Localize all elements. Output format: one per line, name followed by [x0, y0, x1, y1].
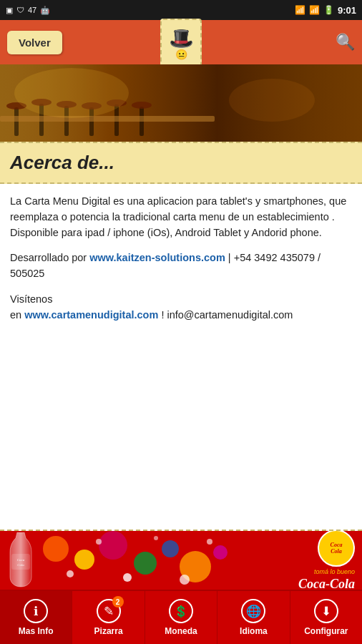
toma-tagline: tomá lo bueno: [314, 568, 355, 575]
pizarra-icon: ✎ 2: [97, 599, 121, 623]
battery-icon: 🔋: [323, 5, 334, 15]
chef-hat-icon: 🎩: [169, 29, 194, 49]
nav-label-pizarra: Pizarra: [94, 626, 123, 636]
nav-item-pizarra[interactable]: ✎ 2 Pizarra: [72, 591, 145, 644]
android-icon: 🤖: [40, 6, 50, 15]
pizarra-badge: 2: [112, 596, 124, 608]
hero-svg: [0, 64, 362, 142]
svg-point-27: [67, 570, 74, 577]
idioma-icon: 🌐: [241, 599, 265, 623]
svg-point-24: [162, 540, 179, 557]
svg-point-26: [213, 545, 228, 560]
coca-cola-script: Coca-Cola: [298, 577, 355, 590]
bubbles-svg: [34, 531, 235, 590]
svg-text:Cola: Cola: [17, 563, 24, 567]
ad-banner: Coca Cola CocaCola tomá lo bueno Coca-Co…: [0, 531, 362, 590]
svg-point-30: [154, 536, 158, 540]
status-bar: ▣ 🛡 47 🤖 📶 📶 🔋 9:01: [0, 0, 362, 20]
bottom-nav: ℹ Mas Info ✎ 2 Pizarra 💲 Moneda 🌐 Idioma…: [0, 590, 362, 644]
top-nav: Volver 🎩 😐 🔍: [0, 20, 362, 64]
svg-point-23: [134, 552, 157, 575]
svg-point-29: [123, 573, 132, 582]
content-paragraph-1: La Carta Menu Digital es una aplicacion …: [10, 194, 352, 240]
content-area: La Carta Menu Digital es una aplicacion …: [0, 184, 362, 434]
nav-item-mas-info[interactable]: ℹ Mas Info: [0, 591, 72, 644]
svg-point-21: [74, 550, 94, 570]
hero-image: [0, 64, 362, 142]
svg-point-28: [96, 539, 102, 545]
content-paragraph-3: Visítenosen www.cartamenudigital.com ! i…: [10, 292, 352, 323]
svg-point-31: [180, 575, 190, 585]
svg-point-13: [132, 102, 152, 109]
mas-info-icon: ℹ: [24, 599, 48, 623]
search-button[interactable]: 🔍: [336, 33, 355, 52]
section-title: Acerca de...: [10, 152, 114, 173]
coca-bottle-svg: Coca Cola: [7, 532, 34, 588]
nav-label-idioma: Idioma: [240, 626, 268, 636]
svg-point-16: [229, 79, 315, 122]
kaitzen-link[interactable]: www.kaitzen-solutions.com: [89, 252, 225, 263]
nav-label-moneda: Moneda: [165, 626, 197, 636]
svg-point-32: [207, 539, 212, 545]
chef-face-icon: 😐: [175, 49, 187, 60]
coca-logo-right: CocaCola tomá lo bueno Coca-Cola: [298, 531, 355, 590]
back-button[interactable]: Volver: [7, 31, 62, 54]
coca-circle: CocaCola: [318, 531, 355, 567]
cartamenu-link[interactable]: www.cartamenudigital.com: [24, 309, 158, 321]
shield-icon: 🛡: [16, 6, 24, 14]
nav-item-idioma[interactable]: 🌐 Idioma: [217, 591, 290, 644]
configurar-icon: ⬇: [314, 599, 338, 623]
nav-item-moneda[interactable]: 💲 Moneda: [145, 591, 217, 644]
notification-count: 47: [28, 6, 36, 14]
ad-bubbles: [34, 531, 298, 590]
coca-circle-text: CocaCola: [331, 542, 343, 555]
nav-item-configurar[interactable]: ⬇ Configurar: [290, 591, 362, 644]
svg-point-15: [14, 68, 129, 118]
nav-label-configurar: Configurar: [304, 626, 348, 636]
svg-point-20: [43, 536, 69, 562]
moneda-icon: 💲: [169, 599, 193, 623]
search-icon: 🔍: [336, 33, 355, 51]
screen-icon: ▣: [6, 6, 13, 15]
section-header: Acerca de...: [0, 142, 362, 184]
status-time: 9:01: [338, 5, 356, 16]
signal-icon: 📶: [309, 5, 320, 15]
status-right-icons: 📶 📶 🔋 9:01: [295, 5, 356, 16]
svg-rect-14: [0, 116, 215, 122]
svg-point-22: [99, 531, 127, 560]
wifi-icon: 📶: [295, 5, 305, 15]
chef-logo: 🎩 😐: [160, 19, 202, 70]
svg-rect-17: [11, 554, 30, 570]
content-paragraph-2: Desarrollado por www.kaitzen-solutions.c…: [10, 250, 352, 282]
status-left-icons: ▣ 🛡 47 🤖: [6, 6, 50, 15]
nav-label-mas-info: Mas Info: [19, 626, 54, 636]
svg-text:Coca: Coca: [17, 558, 25, 562]
